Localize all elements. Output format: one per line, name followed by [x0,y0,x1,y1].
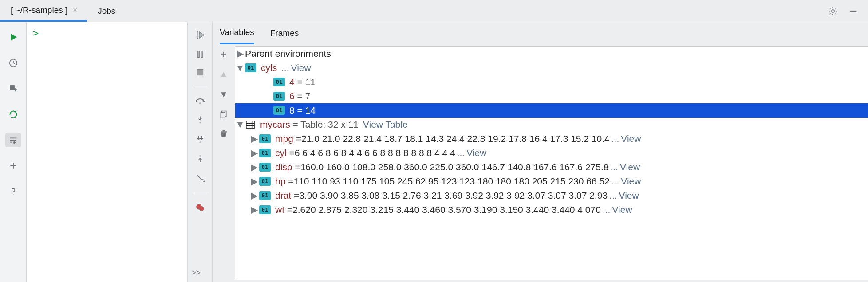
var-column-row[interactable]: ▶01wt = 2.620 2.875 2.320 3.215 3.440 3.… [235,203,868,217]
gear-icon[interactable] [828,6,838,16]
chevron-right-icon[interactable]: ▶ [249,132,259,146]
var-cyls-item[interactable]: ▶016 = 7 [235,89,868,103]
chevron-right-icon[interactable]: ▶ [249,174,259,188]
variables-tree[interactable]: ▶Parent environments ▼01cyls ... View ▶0… [235,46,868,280]
run-to-cursor-icon[interactable] [195,173,205,183]
var-column-row[interactable]: ▶01mpg = 21.0 21.0 22.8 21.4 18.7 18.1 1… [235,132,868,146]
tab-console[interactable]: [ ~/R-samples ] × [0,0,87,22]
ellipsis: ... [612,132,619,146]
tab-jobs-label: Jobs [98,6,115,16]
soft-wrap-icon[interactable] [5,133,21,147]
numeric-type-icon: 01 [259,191,271,200]
svg-point-12 [199,207,204,211]
svg-rect-15 [246,121,254,128]
var-column-row[interactable]: ▶01disp = 160.0 160.0 108.0 258.0 360.0 … [235,160,868,174]
add-watch-icon[interactable] [220,51,228,59]
var-name: drat [275,188,291,203]
add-icon[interactable] [5,159,21,173]
view-link[interactable]: View [466,146,486,160]
view-link[interactable]: View [291,61,311,75]
numeric-type-icon: 01 [259,163,271,172]
var-column-row[interactable]: ▶01cyl = 6 6 4 6 8 6 8 4 4 6 6 8 8 8 8 8… [235,146,868,160]
step-into-icon[interactable] [196,115,205,125]
ellipsis: ... [281,61,289,75]
chevron-right-icon[interactable]: ▶ [249,203,259,217]
chevron-right-icon[interactable]: ▶ [235,47,245,61]
step-out-icon[interactable] [196,154,205,164]
equals: = [296,132,301,146]
resume-icon[interactable] [195,30,205,40]
ellipsis: ... [610,160,618,174]
view-link[interactable]: View [621,174,641,188]
var-column-row[interactable]: ▶01drat = 3.90 3.90 3.85 3.08 3.15 2.76 … [235,188,868,203]
more-tools-icon[interactable]: >> [191,268,201,278]
help-icon[interactable] [5,184,21,199]
var-cyls-row[interactable]: ▼01cyls ... View [235,61,868,75]
nav-down-icon[interactable]: ▼ [220,90,228,99]
svg-point-10 [199,155,201,157]
import-icon[interactable] [5,82,21,96]
chevron-down-icon[interactable]: ▼ [235,61,245,75]
chevron-right-icon[interactable]: ▶ [249,188,259,203]
var-name: 8 [289,103,295,118]
stop-icon[interactable] [196,68,204,76]
view-link[interactable]: View [619,188,639,203]
pause-icon[interactable] [196,50,205,59]
variables-panel: Variables Frames ▲ ▼ ▶Parent envi [213,22,868,282]
equals: = 11 [297,75,316,89]
nav-up-icon[interactable]: ▲ [220,69,228,79]
table-icon [245,120,256,129]
run-toolbar [0,22,27,282]
svg-rect-14 [221,113,225,118]
var-cyls-item[interactable]: ▶014 = 11 [235,75,868,89]
var-name: 4 [289,75,295,89]
minimize-icon[interactable] [848,6,858,16]
chevron-right-icon[interactable]: ▶ [249,160,259,174]
numeric-type-icon: 01 [245,63,256,72]
parent-environments-row[interactable]: ▶Parent environments [235,47,868,61]
force-step-into-icon[interactable] [196,134,205,144]
equals: = 7 [297,89,311,103]
ellipsis: ... [609,188,617,203]
delete-icon[interactable] [220,129,228,138]
var-column-row[interactable]: ▶01hp = 110 110 93 110 175 105 245 62 95… [235,174,868,188]
console[interactable]: > [27,22,188,282]
equals: = Table: 32 x 11 [293,118,359,132]
tab-console-label: [ ~/R-samples ] [11,5,67,15]
breakpoints-icon[interactable] [195,203,205,212]
variables-toolbar: ▲ ▼ [213,44,235,282]
rerun-icon[interactable] [5,107,21,121]
top-tabbar: [ ~/R-samples ] × Jobs [0,0,868,22]
tab-frames[interactable]: Frames [270,22,299,44]
view-link[interactable]: View [612,203,632,217]
svg-rect-4 [197,51,199,58]
history-icon[interactable] [5,56,21,70]
var-name: 6 [289,89,295,103]
tab-variables[interactable]: Variables [220,22,254,44]
var-name: mycars [260,118,290,132]
chevron-down-icon[interactable]: ▼ [235,118,245,132]
svg-point-7 [199,102,201,104]
console-prompt: > [33,27,39,39]
tab-frames-label: Frames [270,28,299,38]
chevron-right-icon[interactable]: ▶ [249,146,259,160]
step-over-icon[interactable] [195,96,205,105]
svg-point-0 [832,10,834,12]
close-icon[interactable]: × [73,6,77,14]
view-link[interactable]: View [620,160,640,174]
equals: = 14 [297,103,316,118]
numeric-type-icon: 01 [273,92,285,101]
var-name: mpg [275,132,293,146]
copy-icon[interactable] [219,110,228,119]
run-icon[interactable] [5,30,21,44]
view-table-link[interactable]: View Table [363,118,408,132]
var-cyls-item[interactable]: ▶018 = 14 [235,103,868,118]
ellipsis: ... [612,174,619,188]
tab-jobs[interactable]: Jobs [87,0,125,22]
view-link[interactable]: View [621,132,641,146]
ellipsis: ... [457,146,465,160]
var-mycars-row[interactable]: ▼ mycars = Table: 32 x 11 View Table [235,118,868,132]
var-values: 21.0 21.0 22.8 21.4 18.7 18.1 14.3 24.4 … [301,132,610,146]
equals: = [289,146,295,160]
numeric-type-icon: 01 [273,78,285,86]
